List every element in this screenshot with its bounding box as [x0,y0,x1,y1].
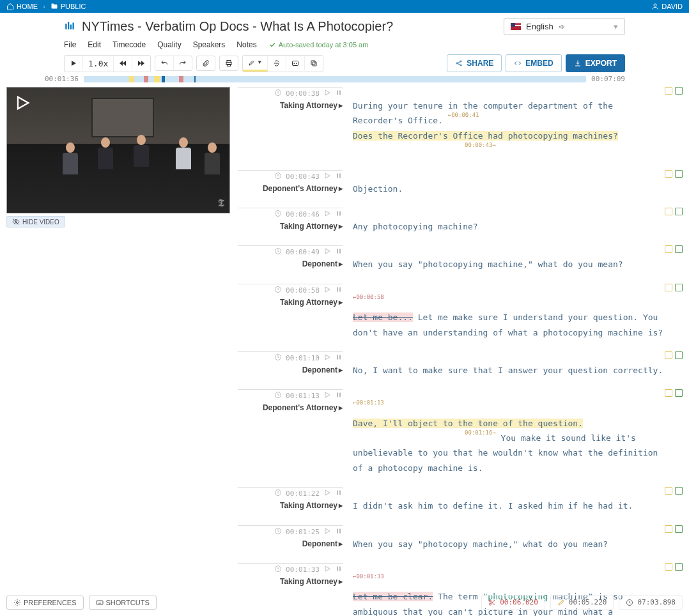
pause-segment-button[interactable] [335,286,343,295]
text-span[interactable]: Let me be... [353,312,413,322]
segment-timecode[interactable]: 00:01:33 [286,566,320,574]
segment-text[interactable]: During your tenure in the computer depar… [353,87,663,158]
play-segment-button[interactable] [323,353,331,363]
speaker-select[interactable]: Taking Attorney ▸ [280,298,343,307]
pause-segment-button[interactable] [335,210,343,219]
segment-timecode[interactable]: 00:00:38 [286,89,320,98]
pause-segment-button[interactable] [335,89,343,98]
print-button[interactable] [220,56,238,70]
approve-toggle[interactable] [675,563,683,571]
highlight-toggle[interactable] [665,170,672,178]
rewind-button[interactable] [114,56,132,70]
embed-button[interactable]: EMBED [506,54,561,72]
highlight-toggle[interactable] [665,351,672,359]
text-span[interactable]: Dave, I'll object to the tone of the que… [353,419,583,428]
segment-text[interactable]: When you say "photocopying machine," wha… [353,245,663,272]
play-segment-button[interactable] [323,489,331,498]
highlight-toggle[interactable] [665,208,672,215]
approve-toggle[interactable] [675,170,683,178]
highlight-toggle[interactable] [665,525,672,533]
menu-notes[interactable]: Notes [236,40,256,49]
play-segment-button[interactable] [323,172,331,181]
segment-timecode[interactable]: 00:01:13 [286,392,320,400]
highlight-button[interactable]: ▼ [243,56,268,72]
strikethrough-button[interactable] [268,56,286,70]
play-segment-button[interactable] [323,527,331,537]
speaker-select[interactable]: Taking Attorney ▸ [280,222,343,231]
shortcuts-button[interactable]: SHORTCUTS [89,596,157,610]
text-span[interactable]: You make it sound like it's unbelievable… [353,433,658,473]
language-select[interactable]: English ▾ [504,18,625,35]
pause-segment-button[interactable] [335,489,343,498]
segment-text[interactable]: ←00:00:58Let me be... Let me make sure I… [353,284,663,340]
video-player[interactable]: 𝕿 [6,87,230,213]
highlight-toggle[interactable] [665,87,672,95]
approve-toggle[interactable] [675,87,683,95]
highlight-toggle[interactable] [665,389,672,397]
speaker-select[interactable]: Deponent's Attorney ▸ [263,184,343,193]
approve-toggle[interactable] [675,389,683,397]
play-segment-button[interactable] [323,210,331,219]
speed-button[interactable]: 1.0x [83,56,114,72]
speaker-select[interactable]: Taking Attorney ▸ [280,577,343,586]
approve-toggle[interactable] [675,487,683,495]
segment-timecode[interactable]: 00:01:22 [286,489,320,498]
redo-button[interactable] [174,56,192,70]
attach-button[interactable] [197,56,215,70]
forward-button[interactable] [132,56,150,70]
timeline-track[interactable] [84,76,586,82]
text-span[interactable]: When you say "photocopy machine," what d… [353,539,608,549]
segment-text[interactable]: ←00:01:13Dave, I'll object to the tone o… [353,389,663,475]
speaker-select[interactable]: Deponent ▸ [302,259,343,268]
speaker-select[interactable]: Deponent ▸ [302,539,343,548]
menu-file[interactable]: File [64,40,76,49]
segment-timecode[interactable]: 00:01:10 [286,354,320,362]
export-button[interactable]: EXPORT [566,54,625,72]
segment-timecode[interactable]: 00:00:58 [286,286,320,295]
segment-text[interactable]: When you say "photocopy machine," what d… [353,525,663,551]
play-segment-button[interactable] [323,565,331,574]
speaker-select[interactable]: Taking Attorney ▸ [280,101,343,110]
segment-timecode[interactable]: 00:00:43 [286,173,320,181]
speaker-select[interactable]: Deponent's Attorney ▸ [263,403,343,412]
pause-segment-button[interactable] [335,353,343,363]
text-span[interactable]: During your tenure in the computer depar… [353,101,613,125]
video-play-overlay-icon[interactable] [13,94,31,114]
segment-timecode[interactable]: 00:00:49 [286,248,320,256]
nav-home[interactable]: HOME [6,3,38,10]
hide-video-button[interactable]: HIDE VIDEO [6,216,65,227]
text-span[interactable]: Objection. [353,184,403,194]
text-span[interactable]: No, I want to make sure that I answer yo… [353,366,663,375]
nav-user[interactable]: DAVID [651,3,683,10]
menu-quality[interactable]: Quality [157,40,181,49]
menu-speakers[interactable]: Speakers [193,40,226,49]
share-button[interactable]: SHARE [447,54,502,72]
pause-segment-button[interactable] [335,172,343,181]
menu-timecode[interactable]: Timecode [112,40,146,49]
text-span[interactable] [443,116,448,125]
copy-button[interactable] [305,56,323,70]
approve-toggle[interactable] [675,208,683,215]
play-button[interactable] [65,56,83,70]
text-span[interactable]: When you say "photocopying machine," wha… [353,259,623,269]
segment-timecode[interactable]: 00:01:25 [286,528,320,536]
text-span[interactable]: I didn't ask him to define it. I asked h… [353,501,633,511]
play-segment-button[interactable] [323,247,331,257]
highlight-toggle[interactable] [665,487,672,495]
play-segment-button[interactable] [323,286,331,295]
segment-timecode[interactable]: 00:00:46 [286,210,320,219]
text-span[interactable]: Any photocopying machine? [353,222,478,231]
text-span[interactable]: Does the Recorder's Office had photocopy… [353,131,618,141]
play-segment-button[interactable] [323,391,331,401]
caption-button[interactable] [286,56,305,70]
pause-segment-button[interactable] [335,565,343,574]
highlight-toggle[interactable] [665,245,672,253]
segment-text[interactable]: No, I want to make sure that I answer yo… [353,351,663,378]
segment-text[interactable]: I didn't ask him to define it. I asked h… [353,487,663,513]
play-segment-button[interactable] [323,89,331,98]
speaker-select[interactable]: Deponent ▸ [302,366,343,374]
segment-text[interactable]: Objection. [353,170,663,196]
preferences-button[interactable]: PREFERENCES [6,596,84,610]
speaker-select[interactable]: Taking Attorney ▸ [280,501,343,510]
menu-edit[interactable]: Edit [88,40,101,49]
